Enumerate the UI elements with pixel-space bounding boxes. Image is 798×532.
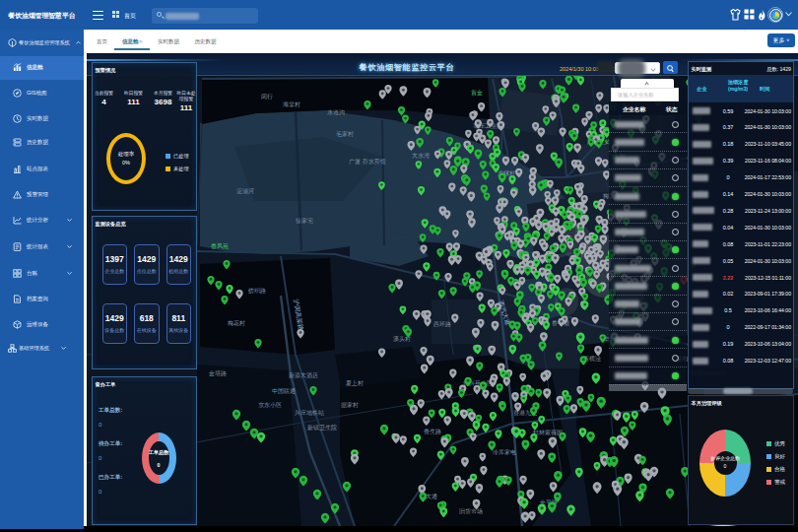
svg-text:新添大酒店: 新添大酒店	[289, 371, 318, 379]
svg-text:兴庄地铁站: 兴庄地铁站	[295, 409, 324, 417]
svg-text:贵生路: 贵生路	[424, 429, 441, 435]
svg-text:纺织路: 纺织路	[248, 287, 266, 295]
svg-text:毛家村: 毛家村	[336, 130, 354, 138]
svg-text:徐家宅: 徐家宅	[296, 217, 313, 225]
svg-text:旧货市场: 旧货市场	[459, 507, 483, 515]
svg-text:广厦 乔水宾馆: 广厦 乔水宾馆	[349, 158, 386, 166]
svg-text:闵行: 闵行	[261, 94, 273, 100]
svg-text:冷库家电: 冷库家电	[493, 448, 516, 455]
svg-text:大通: 大通	[426, 493, 437, 499]
svg-text:海棠村: 海棠村	[283, 101, 300, 108]
svg-text:据家村: 据家村	[341, 401, 359, 409]
svg-text:梅花村: 梅花村	[227, 320, 245, 327]
svg-text:西环路: 西环路	[433, 321, 451, 328]
svg-text:新镇卫生院: 新镇卫生院	[307, 424, 337, 432]
svg-text:中国联通: 中国联通	[272, 387, 296, 395]
svg-text:夏上村: 夏上村	[346, 380, 364, 387]
svg-text:金塔路: 金塔路	[208, 370, 227, 377]
svg-text:淀浦河: 淀浦河	[236, 187, 254, 195]
svg-text:首金: 首金	[471, 90, 483, 97]
svg-text:春风苑: 春风苑	[211, 243, 229, 250]
svg-text:京东小区: 京东小区	[258, 401, 282, 408]
svg-text:水道沟: 水道沟	[327, 109, 345, 116]
svg-text:大水湾: 大水湾	[412, 152, 430, 160]
